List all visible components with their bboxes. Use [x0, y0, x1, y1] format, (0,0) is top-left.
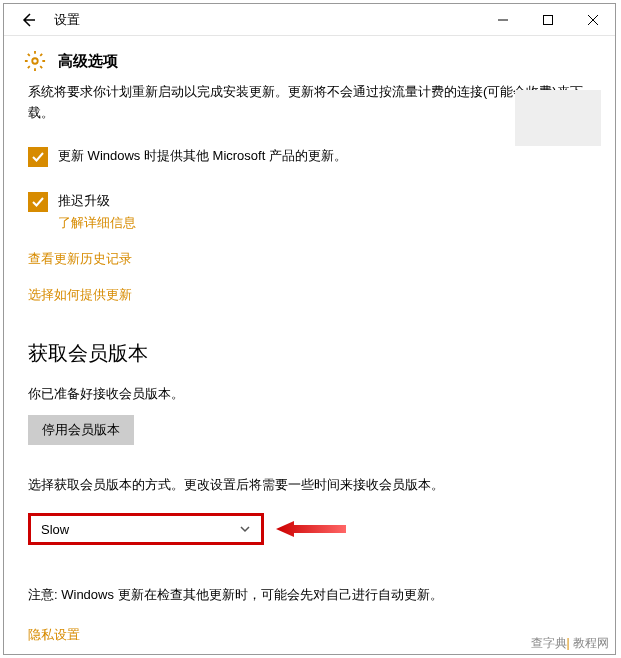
checkbox-label: 更新 Windows 时提供其他 Microsoft 产品的更新。: [58, 146, 347, 166]
watermark-text1: 查字典: [531, 636, 567, 650]
disable-insider-button[interactable]: 停用会员版本: [28, 415, 134, 445]
update-history-link[interactable]: 查看更新历史记录: [28, 250, 591, 268]
back-button[interactable]: [12, 4, 44, 36]
gear-icon: [24, 50, 46, 72]
maximize-icon: [543, 15, 553, 25]
watermark: 查字典| 教程网: [531, 635, 609, 652]
check-icon: [31, 195, 45, 209]
insider-section-heading: 获取会员版本: [28, 340, 591, 367]
privacy-settings-link[interactable]: 隐私设置: [28, 626, 591, 644]
content-area: 系统将要求你计划重新启动以完成安装更新。更新将不会通过按流量计费的连接(可能会收…: [4, 82, 615, 644]
method-description: 选择获取会员版本的方式。更改设置后将需要一些时间来接收会员版本。: [28, 475, 591, 496]
checkbox-row-defer-upgrade[interactable]: 推迟升级: [28, 191, 591, 212]
close-icon: [588, 15, 598, 25]
chevron-down-icon: [239, 523, 251, 535]
page-header: 高级选项: [4, 36, 615, 82]
red-arrow-annotation: [276, 519, 346, 539]
svg-rect-1: [543, 15, 552, 24]
check-icon: [31, 150, 45, 164]
insider-ring-dropdown[interactable]: Slow: [28, 513, 264, 545]
minimize-icon: [498, 15, 508, 25]
learn-more-link[interactable]: 了解详细信息: [58, 214, 591, 232]
svg-marker-5: [276, 521, 346, 537]
update-description: 系统将要求你计划重新启动以完成安装更新。更新将不会通过按流量计费的连接(可能会收…: [28, 82, 591, 124]
svg-point-4: [32, 58, 38, 64]
titlebar: 设置: [4, 4, 615, 36]
checkbox-defer-upgrade[interactable]: [28, 192, 48, 212]
checkbox-row-microsoft-updates[interactable]: 更新 Windows 时提供其他 Microsoft 产品的更新。: [28, 146, 591, 167]
watermark-text2: 教程网: [573, 636, 609, 650]
arrow-left-icon: [20, 12, 36, 28]
checkbox-microsoft-updates[interactable]: [28, 147, 48, 167]
page-title: 高级选项: [58, 52, 118, 71]
checkbox-label: 推迟升级: [58, 191, 110, 211]
close-button[interactable]: [570, 4, 615, 36]
window-controls: [480, 4, 615, 36]
delivery-method-link[interactable]: 选择如何提供更新: [28, 286, 591, 304]
placeholder-box: [515, 90, 601, 146]
minimize-button[interactable]: [480, 4, 525, 36]
auto-update-note: 注意: Windows 更新在检查其他更新时，可能会先对自己进行自动更新。: [28, 585, 591, 606]
dropdown-row: Slow: [28, 513, 591, 545]
dropdown-value: Slow: [41, 522, 69, 537]
insider-ready-text: 你已准备好接收会员版本。: [28, 385, 591, 403]
maximize-button[interactable]: [525, 4, 570, 36]
window-title: 设置: [54, 11, 80, 29]
